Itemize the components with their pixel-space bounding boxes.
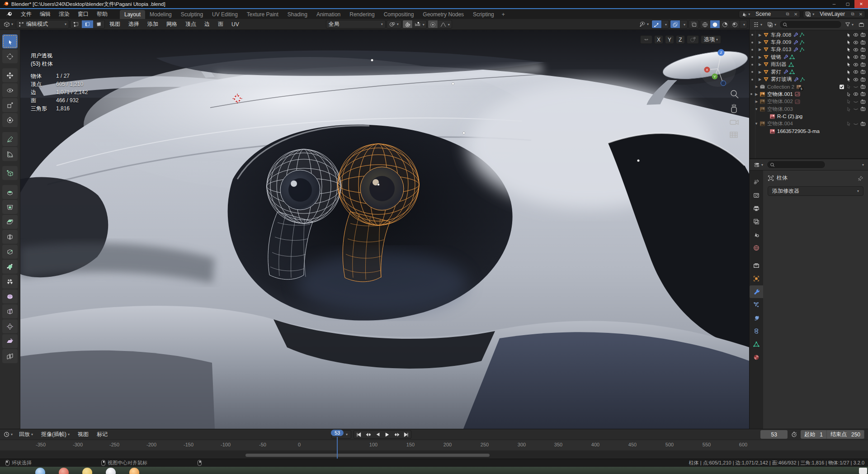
menu-file[interactable]: 文件	[17, 10, 36, 18]
shading-material-button[interactable]	[720, 20, 730, 28]
hide-eye-icon[interactable]	[853, 69, 859, 75]
tab-geometry-nodes[interactable]: Geometry Nodes	[418, 10, 468, 19]
hide-eye-icon[interactable]	[853, 40, 859, 45]
properties-search-input[interactable]	[767, 161, 826, 169]
outliner-row-mesh[interactable]: ▶ 车身.013	[750, 46, 868, 53]
tool-spin[interactable]	[2, 275, 18, 289]
selectable-icon[interactable]	[846, 62, 851, 67]
hide-eye-icon[interactable]	[853, 62, 859, 67]
hide-eye-closed-icon[interactable]	[853, 99, 859, 104]
outliner-row-mesh[interactable]: ▶ 雾灯玻璃	[750, 76, 868, 83]
outliner-editor-type-button[interactable]: ▾	[751, 20, 764, 29]
edge-select-button[interactable]	[82, 20, 93, 28]
expand-icon[interactable]: ▶	[757, 55, 763, 59]
vertex-select-button[interactable]	[71, 20, 82, 28]
menu-marker[interactable]: 标记	[93, 430, 111, 439]
timeline-lane[interactable]	[0, 451, 868, 459]
viewlayer-browse-button[interactable]: ▾	[803, 11, 816, 18]
outliner-row-mesh[interactable]: ▶ 车身.009	[750, 38, 868, 46]
tool-transform[interactable]	[2, 113, 18, 127]
add-workspace-button[interactable]: +	[499, 10, 508, 19]
new-collection-button[interactable]	[857, 20, 866, 29]
render-camera-icon[interactable]	[860, 32, 866, 38]
playhead-line[interactable]	[337, 437, 338, 459]
minimize-button[interactable]: ─	[827, 0, 841, 8]
outliner-search-input[interactable]	[779, 20, 842, 28]
selectable-icon[interactable]	[846, 70, 851, 75]
tab-tool[interactable]	[750, 176, 763, 189]
scene-browse-button[interactable]: ▾	[739, 11, 752, 18]
proportional-edit-toggle[interactable]	[428, 20, 438, 28]
end-frame-field[interactable]: 结束点250	[827, 430, 864, 439]
properties-editor-type-button[interactable]: ▾	[752, 161, 765, 169]
playhead[interactable]: 53	[331, 430, 344, 436]
prev-keyframe-button[interactable]	[363, 431, 373, 438]
menu-select[interactable]: 选择	[125, 20, 143, 28]
outliner-row-image-data[interactable]: 1663572905-3-ma	[750, 128, 868, 135]
show-only-dropdown[interactable]: ▾	[637, 20, 651, 28]
mode-dropdown[interactable]: 编辑模式 ▾	[16, 20, 69, 28]
render-camera-icon[interactable]	[860, 99, 866, 104]
outliner-row-mesh[interactable]: ▶ 雨刮器	[750, 61, 868, 68]
viewlayer-remove-button[interactable]: ✕	[857, 11, 865, 18]
tool-inset-faces[interactable]	[2, 200, 18, 214]
tab-shading[interactable]: Shading	[283, 10, 312, 19]
viewport-3d-scene[interactable]: Z X Y	[20, 30, 749, 429]
taskbar-app-icon[interactable]	[129, 468, 139, 474]
pin-icon[interactable]	[858, 175, 863, 181]
selectable-icon[interactable]	[846, 107, 851, 112]
outliner-filter-dropdown[interactable]: ▾	[843, 20, 855, 29]
hide-eye-closed-icon[interactable]	[853, 106, 859, 112]
preview-range-toggle[interactable]	[789, 430, 799, 439]
start-frame-field[interactable]: 起始1	[801, 430, 827, 439]
selectable-icon[interactable]	[846, 99, 851, 104]
tab-rendering[interactable]: Rendering	[345, 10, 379, 19]
tool-shear[interactable]	[2, 334, 18, 348]
menu-vertex[interactable]: 顶点	[182, 20, 200, 28]
outliner-row-empty[interactable]: ▼ 空物体.004	[750, 120, 868, 128]
tab-output[interactable]	[750, 202, 763, 215]
tool-rip-region[interactable]	[2, 349, 18, 363]
tab-object-data[interactable]	[750, 338, 763, 351]
selectable-icon[interactable]	[846, 55, 851, 60]
hide-eye-closed-icon[interactable]	[853, 84, 859, 90]
tool-cursor[interactable]	[2, 49, 18, 63]
tool-rotate[interactable]	[2, 83, 18, 97]
tab-view-layer[interactable]	[750, 215, 763, 228]
tab-sculpting[interactable]: Sculpting	[176, 10, 208, 19]
shading-solid-button[interactable]	[710, 20, 720, 28]
blender-app-menu[interactable]	[2, 11, 17, 18]
viewport-canvas-area[interactable]: Z X Y 用户透视 (53) 柱体 物体1 / 27 顶点605 /	[0, 30, 749, 429]
outliner-row-mesh[interactable]: ▶ 镀铬	[750, 53, 868, 61]
current-frame-field[interactable]: 53	[760, 430, 788, 439]
scene-unlink-button[interactable]: ✕	[792, 11, 800, 18]
scene-name[interactable]: Scene	[752, 11, 783, 17]
tab-particles[interactable]	[750, 299, 763, 311]
tool-bevel[interactable]	[2, 215, 18, 229]
tool-loop-cut[interactable]	[2, 230, 18, 244]
viewlayer-name[interactable]: ViewLayer	[816, 11, 849, 17]
overlays-dropdown[interactable]: ▾	[680, 20, 687, 28]
menu-view-timeline[interactable]: 视图	[74, 430, 92, 439]
tool-knife[interactable]	[2, 245, 18, 259]
close-button[interactable]: ✕	[854, 0, 868, 8]
tool-edge-slide[interactable]	[2, 304, 18, 318]
tool-shrink-fatten[interactable]	[2, 319, 18, 333]
tab-texture-paint[interactable]: Texture Paint	[242, 10, 283, 19]
menu-uv[interactable]: UV	[228, 20, 243, 28]
tab-layout[interactable]: Layout	[120, 10, 145, 19]
collection-checkbox[interactable]	[839, 84, 844, 90]
tool-move[interactable]	[2, 68, 18, 82]
hide-eye-icon[interactable]	[853, 54, 859, 60]
shading-dropdown[interactable]: ▾	[740, 20, 747, 28]
render-camera-icon[interactable]	[860, 62, 866, 67]
tab-material[interactable]	[750, 351, 763, 364]
outliner-row-empty[interactable]: ▼ 空物体.003	[750, 105, 868, 113]
editor-type-button[interactable]: ▾	[2, 20, 15, 28]
snap-with-dropdown[interactable]: ▾	[413, 20, 426, 28]
tab-scripting[interactable]: Scripting	[468, 10, 499, 19]
hide-eye-icon[interactable]	[853, 91, 859, 97]
tool-annotate[interactable]	[2, 132, 18, 146]
taskbar-app-icon[interactable]	[35, 468, 45, 474]
show-gizmo-toggle[interactable]	[652, 20, 662, 28]
